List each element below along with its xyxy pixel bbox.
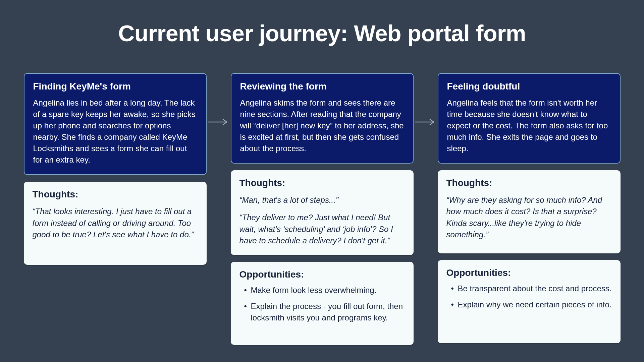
thoughts-heading: Thoughts: [446,178,612,188]
opportunities-heading: Opportunities: [446,267,612,278]
opportunities-list: Make form look less overwhelming. Explai… [239,285,405,323]
opportunity-item: Make form look less overwhelming. [241,285,405,296]
arrow-icon [207,73,231,126]
step-body: Angelina skims the form and sees there a… [240,97,404,154]
journey-step-1: Finding KeyMe's form Angelina lies in be… [24,73,207,265]
step-card: Reviewing the form Angelina skims the fo… [231,73,414,164]
step-title: Feeling doubtful [447,81,611,92]
step-body: Angelina lies in bed after a long day. T… [33,97,197,166]
slide-title: Current user journey: Web portal form [0,20,644,46]
thoughts-body: “That looks interesting. I just have to … [33,206,198,240]
step-card: Feeling doubtful Angelina feels that the… [438,73,621,164]
opportunity-item: Be transparent about the cost and proces… [448,283,612,294]
step-title: Finding KeyMe's form [33,81,197,92]
opportunity-item: Explain why we need certain pieces of in… [448,299,612,310]
thoughts-card: Thoughts: “Why are they asking for so mu… [438,170,621,253]
thought-quote: “Why are they asking for so much info? A… [446,194,612,240]
opportunities-card: Opportunities: Make form look less overw… [231,262,414,345]
step-card: Finding KeyMe's form Angelina lies in be… [24,73,207,175]
thoughts-heading: Thoughts: [33,189,198,200]
opportunities-heading: Opportunities: [239,269,405,280]
arrow-icon [414,73,438,126]
thoughts-heading: Thoughts: [239,178,405,188]
thoughts-card: Thoughts: “Man, that's a lot of steps...… [231,170,414,255]
opportunities-list: Be transparent about the cost and proces… [446,283,612,310]
thoughts-body: “Why are they asking for so much info? A… [446,194,612,240]
opportunity-item: Explain the process - you fill out form,… [241,301,405,323]
opportunities-card: Opportunities: Be transparent about the … [438,260,621,343]
step-body: Angelina feels that the form isn't worth… [447,97,611,154]
journey-step-2: Reviewing the form Angelina skims the fo… [231,73,414,345]
journey-step-3: Feeling doubtful Angelina feels that the… [438,73,621,343]
thought-quote: “They deliver to me? Just what I need! B… [239,212,405,246]
journey-columns: Finding KeyMe's form Angelina lies in be… [0,73,644,345]
journey-slide: Current user journey: Web portal form Fi… [0,0,644,362]
thought-quote: “Man, that's a lot of steps...” [239,194,405,206]
thought-quote: “That looks interesting. I just have to … [33,206,198,240]
thoughts-card: Thoughts: “That looks interesting. I jus… [24,182,207,265]
step-title: Reviewing the form [240,81,404,92]
thoughts-body: “Man, that's a lot of steps...” “They de… [239,194,405,246]
